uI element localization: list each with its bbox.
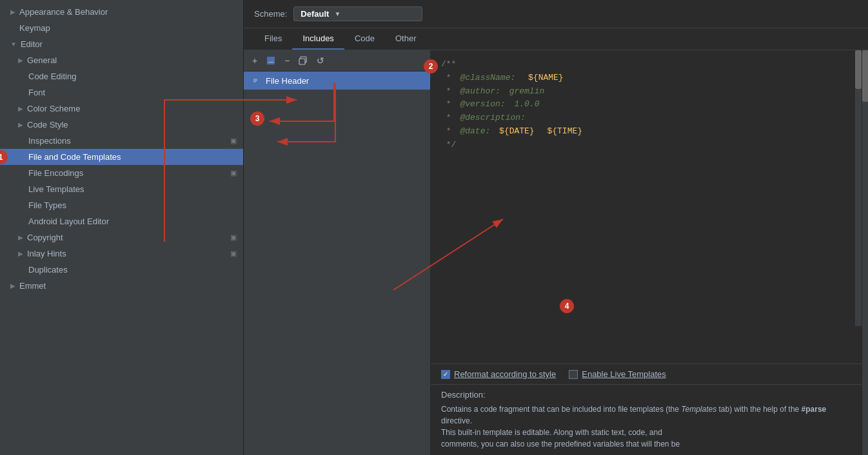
sidebar-item-font[interactable]: Font: [0, 84, 243, 101]
sidebar-item-code-style[interactable]: ▶ Code Style: [0, 117, 243, 133]
sidebar-item-keymap[interactable]: Keymap: [0, 20, 243, 36]
sidebar-label: Color Scheme: [27, 104, 237, 113]
svg-rect-2: [268, 62, 273, 63]
sidebar-label: Duplicates: [28, 265, 237, 275]
scheme-label: Scheme:: [254, 9, 287, 19]
sidebar-item-editor[interactable]: ▼ Editor: [0, 36, 243, 52]
expand-icon: ▶: [18, 121, 23, 128]
file-list-panel: 2 + −: [244, 50, 431, 455]
code-area[interactable]: /** * @className: ${NAME} * @author: gre…: [431, 50, 862, 363]
file-list-item-label: File Header: [266, 76, 309, 86]
remove-button[interactable]: −: [281, 54, 293, 67]
sidebar-item-file-types[interactable]: File Types: [0, 197, 243, 213]
code-line: */: [441, 139, 851, 152]
right-scrollbar-thumb: [862, 50, 868, 102]
code-scrollbar[interactable]: [855, 50, 862, 326]
live-templates-label: Enable Live Templates: [582, 369, 666, 379]
bottom-options: ✓ Reformat according to style Enable Liv…: [431, 364, 862, 385]
svg-rect-1: [267, 57, 275, 64]
sidebar-item-file-and-code-templates[interactable]: File and Code Templates 1: [0, 149, 243, 165]
sidebar-label: General: [27, 55, 237, 65]
tab-files[interactable]: Files: [254, 28, 292, 50]
sidebar-item-color-scheme[interactable]: ▶ Color Scheme: [0, 101, 243, 117]
sidebar-label: Live Templates: [28, 184, 237, 194]
reformat-checkbox-row[interactable]: ✓ Reformat according to style: [441, 369, 556, 379]
tab-other[interactable]: Other: [385, 28, 427, 50]
sidebar-label: Emmet: [19, 281, 237, 291]
reset-button[interactable]: ↺: [313, 54, 328, 67]
code-line: * @version: 1.0.0: [441, 98, 851, 111]
sidebar-item-file-encodings[interactable]: File Encodings ▣: [0, 165, 243, 181]
tab-includes[interactable]: Includes: [292, 28, 344, 50]
file-list: File Header: [244, 72, 430, 455]
scheme-dropdown[interactable]: Default ▼: [293, 6, 422, 21]
file-list-item[interactable]: File Header: [244, 72, 430, 90]
description-title: Description:: [441, 390, 851, 400]
sidebar-label: Keymap: [10, 23, 237, 33]
reformat-checkbox[interactable]: ✓: [441, 370, 450, 379]
sidebar-item-copyright[interactable]: ▶ Copyright ▣: [0, 229, 243, 246]
sidebar-item-duplicates[interactable]: Duplicates: [0, 262, 243, 278]
expand-icon: ▶: [18, 234, 23, 241]
sidebar-item-inspections[interactable]: Inspections ▣: [0, 133, 243, 149]
annotation-2: 2: [424, 59, 438, 73]
sidebar-label: Copyright: [27, 233, 63, 242]
scrollbar-thumb: [855, 50, 862, 89]
scheme-row: Scheme: Default ▼: [244, 0, 868, 28]
add-button[interactable]: +: [249, 54, 261, 67]
description-text: Contains a code fragment that can be inc…: [441, 403, 851, 450]
sidebar-label: File Encodings: [28, 168, 226, 178]
file-list-toolbar: + − ↺: [244, 50, 430, 72]
settings-icon: ▣: [230, 233, 237, 242]
expand-icon: ▶: [10, 282, 15, 289]
file-icon: [250, 75, 261, 86]
settings-icon: ▣: [230, 249, 237, 258]
main-content: Scheme: Default ▼ Files Includes Code Ot…: [244, 0, 868, 455]
code-line: * @description:: [441, 111, 851, 125]
settings-icon: ▣: [230, 169, 237, 177]
annotation-1: 1: [0, 150, 8, 164]
sidebar-label: Inspections: [28, 136, 226, 146]
chevron-down-icon: ▼: [334, 10, 340, 17]
svg-rect-4: [299, 59, 305, 64]
sidebar-item-code-editing[interactable]: Code Editing: [0, 68, 243, 84]
sidebar-label: Android Layout Editor: [28, 217, 237, 226]
sidebar-label: Inlay Hints: [27, 249, 66, 258]
sidebar-label: File and Code Templates: [28, 152, 237, 162]
code-line: * @date: ${DATE} ${TIME}: [441, 125, 851, 139]
live-templates-checkbox-row[interactable]: Enable Live Templates: [569, 369, 666, 379]
sidebar-item-inlay-hints[interactable]: ▶ Inlay Hints ▣: [0, 246, 243, 262]
sidebar-item-general[interactable]: ▶ General: [0, 52, 243, 68]
tab-code[interactable]: Code: [344, 28, 385, 50]
tabs-row: Files Includes Code Other: [244, 28, 868, 50]
code-line: /**: [441, 58, 851, 72]
settings-icon: ▣: [230, 137, 237, 145]
code-editor-panel: 4 /** * @className: ${NAME} * @author: g…: [431, 50, 862, 455]
code-line: * @className: ${NAME}: [441, 72, 851, 85]
edit-button[interactable]: [263, 55, 279, 66]
sidebar-item-live-templates[interactable]: Live Templates: [0, 181, 243, 197]
expand-icon: ▶: [18, 250, 23, 257]
reformat-label: Reformat according to style: [454, 369, 556, 379]
expand-icon: ▶: [10, 8, 15, 15]
sidebar-label: Code Editing: [28, 72, 237, 81]
right-scrollbar[interactable]: [862, 50, 868, 455]
body-area: 2 + −: [244, 50, 868, 455]
sidebar-label: Code Style: [27, 120, 237, 130]
expand-icon: ▼: [10, 41, 17, 48]
sidebar-item-emmet[interactable]: ▶ Emmet: [0, 278, 243, 294]
sidebar: ▶ Appearance & Behavior Keymap ▼ Editor …: [0, 0, 244, 455]
sidebar-label: Font: [28, 88, 237, 97]
description-area: Description: Contains a code fragment th…: [431, 385, 862, 455]
sidebar-label: Appearance & Behavior: [19, 7, 237, 17]
annotation-4: 4: [560, 299, 574, 313]
live-templates-checkbox[interactable]: [569, 370, 578, 379]
scheme-value: Default: [301, 9, 329, 19]
annotation-3: 3: [250, 111, 264, 126]
sidebar-item-appearance[interactable]: ▶ Appearance & Behavior: [0, 4, 243, 20]
expand-icon: ▶: [18, 105, 23, 112]
sidebar-item-android-layout-editor[interactable]: Android Layout Editor: [0, 213, 243, 229]
sidebar-label: File Types: [28, 200, 237, 210]
code-line: * @author: gremlin: [441, 85, 851, 99]
copy-button[interactable]: [295, 55, 311, 66]
